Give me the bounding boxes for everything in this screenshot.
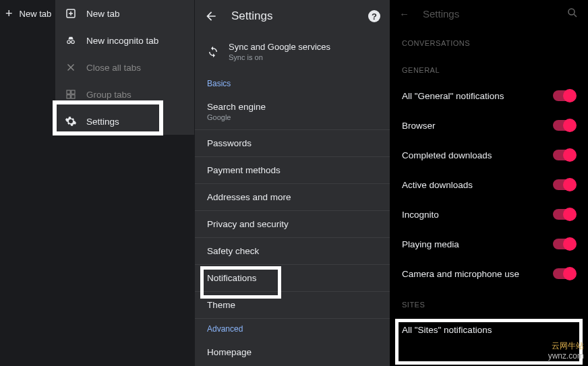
sync-sub: Sync is on	[229, 53, 330, 61]
menu-label: New incognito tab	[86, 36, 158, 46]
toggle[interactable]	[553, 209, 576, 220]
help-icon[interactable]: ?	[368, 10, 380, 22]
overflow-menu: New tab New incognito tab Close all tabs…	[55, 0, 194, 135]
row-label: Playing media	[402, 239, 459, 249]
sync-row[interactable]: Sync and Google services Sync is on	[195, 32, 390, 73]
menu-label: New tab	[86, 9, 120, 19]
row-label: Browser	[402, 121, 436, 131]
new-tab-icon	[65, 7, 77, 20]
toggle[interactable]	[553, 120, 576, 131]
row-label: Homepage	[207, 347, 252, 357]
watermark: 云网牛站 ywnz.com	[548, 341, 584, 362]
sync-title: Sync and Google services	[229, 42, 330, 52]
menu-item-incognito[interactable]: New incognito tab	[55, 27, 194, 54]
menu-label: Group tabs	[86, 90, 131, 100]
watermark-line2: ywnz.com	[548, 351, 584, 362]
menu-item-new-tab[interactable]: New tab	[55, 0, 194, 27]
row-label: Addresses and more	[207, 192, 291, 202]
section-advanced: Advanced	[195, 319, 390, 339]
settings-header: Settings ?	[195, 0, 390, 32]
section-sites: SITES	[390, 288, 588, 315]
section-conversations: CONVERSATIONS	[390, 27, 588, 54]
row-passwords[interactable]: Passwords	[195, 130, 390, 157]
row-label: Notifications	[207, 273, 257, 283]
section-general: GENERAL	[390, 54, 588, 81]
close-icon	[65, 61, 77, 73]
sync-text: Sync and Google services Sync is on	[229, 42, 330, 61]
svg-line-13	[574, 14, 577, 17]
panel-notifications: ← Settings CONVERSATIONS GENERAL All "Ge…	[390, 0, 588, 366]
back-icon[interactable]	[204, 9, 218, 23]
row-active-downloads[interactable]: Active downloads	[390, 170, 588, 200]
row-all-sites[interactable]: All "Sites" notifications	[390, 315, 588, 344]
toggle[interactable]	[553, 150, 576, 160]
watermark-line1: 云网牛站	[548, 341, 584, 352]
new-tab-button[interactable]: + New tab	[5, 7, 51, 21]
toggle[interactable]	[553, 179, 576, 190]
row-safety[interactable]: Safety check	[195, 238, 390, 265]
new-tab-label: New tab	[20, 9, 52, 19]
row-label: Completed downloads	[402, 150, 492, 160]
row-browser[interactable]: Browser	[390, 111, 588, 140]
row-label: All "General" notifications	[402, 91, 504, 101]
notif-header: ← Settings	[390, 0, 588, 27]
row-payment[interactable]: Payment methods	[195, 157, 390, 184]
group-icon	[65, 88, 77, 100]
row-label: Search engine	[207, 102, 378, 112]
row-playing-media[interactable]: Playing media	[390, 229, 588, 259]
row-label: Passwords	[207, 138, 252, 148]
row-homepage[interactable]: Homepage	[195, 339, 390, 365]
row-addresses[interactable]: Addresses and more	[195, 184, 390, 211]
row-label: Camera and microphone use	[402, 269, 519, 279]
menu-item-settings[interactable]: Settings	[55, 108, 194, 135]
svg-point-3	[67, 40, 71, 44]
svg-point-12	[568, 9, 575, 15]
section-basics: Basics	[195, 73, 390, 94]
search-icon[interactable]	[566, 7, 579, 19]
row-privacy[interactable]: Privacy and security	[195, 211, 390, 238]
toggle[interactable]	[553, 268, 576, 279]
svg-rect-10	[67, 95, 70, 98]
menu-label: Close all tabs	[86, 63, 141, 73]
row-label: Incognito	[402, 210, 439, 220]
row-label: Privacy and security	[207, 219, 289, 229]
row-label: Payment methods	[207, 165, 281, 175]
row-sub: Google	[207, 113, 378, 121]
settings-title: Settings	[231, 9, 272, 23]
row-label: Theme	[207, 300, 235, 310]
row-label: All "Sites" notifications	[402, 325, 492, 335]
row-theme[interactable]: Theme	[195, 292, 390, 319]
notif-title: Settings	[423, 8, 459, 20]
toggle[interactable]	[553, 90, 576, 101]
svg-rect-11	[71, 95, 75, 98]
svg-rect-8	[67, 90, 70, 94]
row-completed-downloads[interactable]: Completed downloads	[390, 140, 588, 170]
panel-tabs: + New tab New tab New incognito tab Clos…	[0, 0, 194, 366]
panel-settings: Settings ? Sync and Google services Sync…	[194, 0, 390, 366]
row-search-engine[interactable]: Search engine Google	[195, 94, 390, 130]
menu-label: Settings	[86, 117, 119, 127]
gear-icon	[65, 115, 77, 127]
row-camera-mic[interactable]: Camera and microphone use	[390, 259, 588, 288]
row-label: Active downloads	[402, 180, 473, 190]
menu-item-group-tabs[interactable]: Group tabs	[55, 81, 194, 108]
row-all-general[interactable]: All "General" notifications	[390, 81, 588, 111]
plus-icon: +	[5, 7, 13, 21]
row-notifications[interactable]: Notifications	[195, 265, 390, 292]
incognito-icon	[65, 34, 77, 47]
row-incognito[interactable]: Incognito	[390, 200, 588, 229]
toggle[interactable]	[553, 239, 576, 249]
sync-icon	[207, 46, 219, 58]
svg-point-4	[71, 40, 75, 44]
row-label: Safety check	[207, 246, 259, 256]
svg-rect-9	[71, 90, 75, 94]
menu-item-close-all[interactable]: Close all tabs	[55, 54, 194, 81]
